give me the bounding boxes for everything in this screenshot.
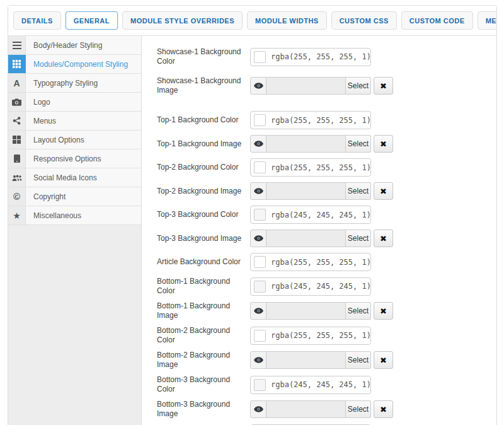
setting-row-showcase-1-background-image: Showcase-1 Background ImageSelect✖ (157, 76, 485, 95)
clear-icon[interactable]: ✖ (374, 302, 393, 320)
setting-row-top-3-background-image: Top-3 Background ImageSelect✖ (157, 230, 485, 247)
tab-menu-assignment[interactable]: MENU ASSIGNMENT (478, 11, 497, 30)
sidebar-item-logo[interactable]: Logo (8, 93, 141, 112)
field-label: Bottom-2 Background Color (157, 326, 250, 345)
select-image-button[interactable]: Select (346, 302, 371, 320)
select-image-button[interactable]: Select (346, 351, 371, 369)
clear-icon[interactable]: ✖ (374, 182, 393, 200)
field-label: Showcase-1 Background Image (157, 76, 250, 95)
image-input-group: Select✖ (250, 182, 393, 200)
clear-icon[interactable]: ✖ (374, 400, 393, 418)
sidebar-item-menus[interactable]: Menus (8, 112, 141, 131)
tab-bar: DETAILSGENERALMODULE STYLE OVERRIDESMODU… (8, 6, 496, 36)
copyright-icon: © (8, 187, 26, 206)
field-label: Showcase-1 Background Color (157, 47, 250, 66)
sidebar-item-label: Modules/Component Styling (26, 55, 141, 73)
grid-icon (8, 55, 26, 73)
clear-icon[interactable]: ✖ (374, 77, 393, 95)
image-path-field[interactable] (266, 182, 346, 200)
tab-general[interactable]: GENERAL (66, 11, 118, 30)
color-input[interactable]: rgba(255, 255, 255, 1) (250, 111, 371, 129)
tab-custom-css[interactable]: CUSTOM CSS (331, 11, 397, 30)
color-input[interactable]: rgba(245, 245, 245, 1) (250, 376, 371, 394)
th-large-icon (8, 131, 26, 149)
sidebar-item-layout-options[interactable]: Layout Options (8, 131, 141, 149)
color-value: rgba(245, 245, 245, 1) (271, 211, 371, 219)
sidebar-item-label: Menus (26, 112, 141, 130)
select-image-button[interactable]: Select (346, 400, 371, 418)
eye-icon[interactable] (250, 230, 266, 247)
image-path-field[interactable] (266, 351, 346, 369)
eye-icon[interactable] (250, 182, 266, 200)
sidebar-item-miscellaneous[interactable]: ★Miscellaneous (8, 206, 141, 225)
sidebar-item-label: Social Media Icons (26, 168, 141, 187)
color-swatch (254, 209, 266, 221)
mobile-icon (8, 149, 26, 168)
eye-icon[interactable] (250, 77, 266, 95)
clear-icon[interactable]: ✖ (374, 135, 393, 153)
field-label: Top-3 Background Color (157, 210, 250, 219)
panel-body: Body/Header StylingModules/Component Sty… (8, 36, 496, 425)
sidebar-item-responsive-options[interactable]: Responsive Options (8, 149, 141, 168)
field-label: Top-1 Background Color (157, 115, 250, 125)
setting-row-article-background-color: Article Background Colorrgba(255, 255, 2… (157, 253, 485, 271)
image-path-field[interactable] (266, 135, 346, 153)
select-image-button[interactable]: Select (346, 135, 371, 153)
select-image-button[interactable]: Select (346, 182, 371, 200)
sidebar-item-label: Miscellaneous (26, 206, 141, 224)
tab-details[interactable]: DETAILS (13, 11, 61, 30)
eye-icon[interactable] (250, 302, 266, 320)
select-image-button[interactable]: Select (346, 230, 371, 247)
sidebar-item-body-header-styling[interactable]: Body/Header Styling (8, 36, 141, 55)
field-label: Bottom-3 Background Color (157, 375, 250, 394)
image-input-group: Select✖ (250, 230, 393, 247)
sidebar-item-copyright[interactable]: ©Copyright (8, 187, 141, 206)
image-path-field[interactable] (266, 400, 346, 418)
clear-icon[interactable]: ✖ (374, 230, 393, 247)
tab-module-widths[interactable]: MODULE WIDTHS (247, 11, 327, 30)
field-label: Article Background Color (157, 257, 250, 267)
select-image-button[interactable]: Select (346, 77, 371, 95)
eye-icon[interactable] (250, 351, 266, 369)
setting-row-bottom-3-background-color: Bottom-3 Background Colorrgba(245, 245, … (157, 375, 485, 394)
sidebar-item-label: Responsive Options (26, 149, 141, 168)
sidebar-item-social-media-icons[interactable]: Social Media Icons (8, 168, 141, 187)
eye-icon[interactable] (250, 135, 266, 153)
tab-module-style-overrides[interactable]: MODULE STYLE OVERRIDES (122, 11, 243, 30)
image-path-field[interactable] (266, 230, 346, 247)
clear-icon[interactable]: ✖ (374, 351, 393, 369)
sidebar-item-label: Layout Options (26, 131, 141, 149)
color-swatch (254, 161, 266, 173)
color-input[interactable]: rgba(245, 245, 245, 1) (250, 277, 371, 296)
sidebar-item-modules-component-styling[interactable]: Modules/Component Styling (8, 55, 141, 74)
eye-icon[interactable] (250, 400, 266, 418)
typography-icon: A (8, 74, 26, 92)
field-label: Top-3 Background Image (157, 234, 250, 243)
setting-row-top-1-background-color: Top-1 Background Colorrgba(255, 255, 255… (157, 111, 485, 129)
color-swatch (254, 256, 266, 268)
color-input[interactable]: rgba(255, 255, 255, 1) (250, 253, 371, 271)
color-input[interactable]: rgba(255, 255, 255, 1) (250, 327, 371, 345)
setting-row-top-1-background-image: Top-1 Background ImageSelect✖ (157, 135, 485, 153)
image-input-group: Select✖ (250, 351, 393, 369)
color-swatch (254, 330, 266, 342)
image-input-group: Select✖ (250, 400, 393, 418)
color-input[interactable]: rgba(245, 245, 245, 1) (250, 206, 371, 224)
color-swatch (254, 51, 266, 63)
image-path-field[interactable] (266, 77, 346, 95)
image-path-field[interactable] (266, 302, 346, 320)
sidebar-item-label: Copyright (26, 187, 141, 206)
tab-custom-code[interactable]: CUSTOM CODE (401, 11, 473, 30)
settings-form: Showcase-1 Background Colorrgba(255, 255… (142, 36, 496, 425)
color-swatch (254, 281, 266, 293)
star-icon: ★ (8, 206, 26, 224)
sidebar-item-typography-styling[interactable]: ATypography Styling (8, 74, 141, 93)
color-swatch (254, 114, 266, 126)
field-label: Top-2 Background Image (157, 187, 250, 196)
setting-row-bottom-1-background-color: Bottom-1 Background Colorrgba(245, 245, … (157, 277, 485, 296)
settings-sidebar: Body/Header StylingModules/Component Sty… (8, 36, 142, 425)
share-nodes-icon (8, 112, 26, 130)
field-label: Bottom-1 Background Color (157, 277, 250, 296)
color-input[interactable]: rgba(255, 255, 255, 1) (250, 158, 371, 177)
color-input[interactable]: rgba(255, 255, 255, 1) (250, 48, 371, 66)
